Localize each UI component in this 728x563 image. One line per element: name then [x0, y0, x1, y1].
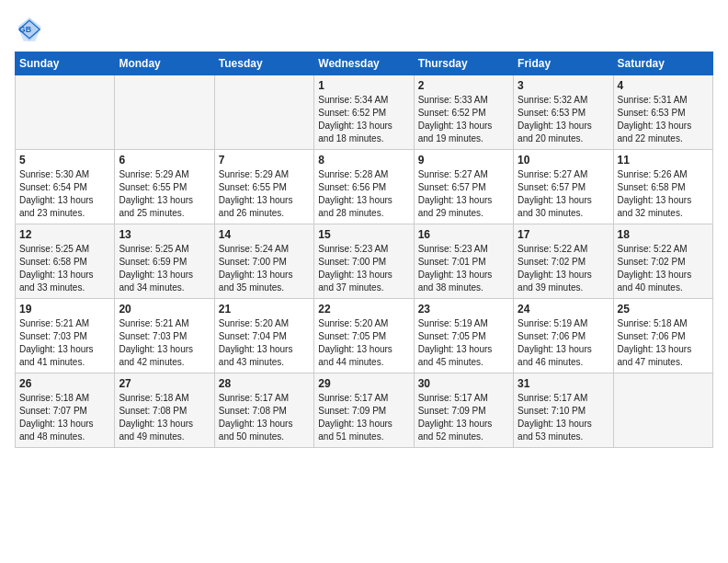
- calendar-cell: 24Sunrise: 5:19 AM Sunset: 7:06 PM Dayli…: [514, 299, 613, 373]
- day-info: Sunrise: 5:33 AM Sunset: 6:52 PM Dayligh…: [418, 94, 509, 145]
- day-info: Sunrise: 5:27 AM Sunset: 6:57 PM Dayligh…: [518, 168, 609, 220]
- day-info: Sunrise: 5:31 AM Sunset: 6:53 PM Dayligh…: [618, 94, 709, 145]
- weekday-header: Friday: [514, 52, 613, 75]
- calendar-cell: 22Sunrise: 5:20 AM Sunset: 7:05 PM Dayli…: [314, 299, 414, 373]
- day-info: Sunrise: 5:30 AM Sunset: 6:54 PM Dayligh…: [19, 168, 110, 220]
- calendar-cell: 3Sunrise: 5:32 AM Sunset: 6:53 PM Daylig…: [514, 75, 613, 150]
- calendar-cell: [613, 373, 712, 448]
- day-number: 14: [219, 228, 310, 241]
- day-info: Sunrise: 5:23 AM Sunset: 7:01 PM Dayligh…: [418, 243, 509, 294]
- logo-icon: GB: [15, 15, 44, 44]
- day-info: Sunrise: 5:22 AM Sunset: 7:02 PM Dayligh…: [618, 243, 709, 294]
- day-number: 1: [318, 79, 409, 92]
- day-info: Sunrise: 5:19 AM Sunset: 7:05 PM Dayligh…: [418, 317, 509, 369]
- calendar-header: SundayMondayTuesdayWednesdayThursdayFrid…: [16, 52, 713, 75]
- calendar-cell: 14Sunrise: 5:24 AM Sunset: 7:00 PM Dayli…: [214, 224, 313, 299]
- day-info: Sunrise: 5:22 AM Sunset: 7:02 PM Dayligh…: [518, 243, 609, 294]
- calendar-body: 1Sunrise: 5:34 AM Sunset: 6:52 PM Daylig…: [16, 75, 713, 448]
- calendar-cell: 31Sunrise: 5:17 AM Sunset: 7:10 PM Dayli…: [514, 373, 613, 448]
- calendar-cell: 7Sunrise: 5:29 AM Sunset: 6:55 PM Daylig…: [214, 150, 313, 224]
- day-number: 29: [318, 377, 409, 390]
- day-number: 27: [119, 377, 210, 390]
- weekday-header: Tuesday: [214, 52, 313, 75]
- weekday-header: Wednesday: [314, 52, 414, 75]
- calendar-cell: 26Sunrise: 5:18 AM Sunset: 7:07 PM Dayli…: [16, 373, 115, 448]
- day-info: Sunrise: 5:18 AM Sunset: 7:07 PM Dayligh…: [19, 392, 110, 443]
- day-info: Sunrise: 5:20 AM Sunset: 7:05 PM Dayligh…: [318, 317, 409, 369]
- day-info: Sunrise: 5:29 AM Sunset: 6:55 PM Dayligh…: [219, 168, 310, 220]
- calendar-cell: 27Sunrise: 5:18 AM Sunset: 7:08 PM Dayli…: [115, 373, 214, 448]
- day-number: 26: [19, 377, 110, 390]
- day-number: 22: [318, 303, 409, 316]
- day-number: 6: [119, 154, 210, 167]
- day-number: 8: [318, 154, 409, 167]
- day-number: 4: [618, 79, 709, 92]
- calendar-week-row: 26Sunrise: 5:18 AM Sunset: 7:07 PM Dayli…: [16, 373, 713, 448]
- day-info: Sunrise: 5:25 AM Sunset: 6:59 PM Dayligh…: [119, 243, 210, 294]
- day-number: 17: [518, 228, 609, 241]
- calendar-cell: 17Sunrise: 5:22 AM Sunset: 7:02 PM Dayli…: [514, 224, 613, 299]
- day-number: 31: [518, 377, 609, 390]
- day-info: Sunrise: 5:21 AM Sunset: 7:03 PM Dayligh…: [19, 317, 110, 369]
- calendar-cell: 28Sunrise: 5:17 AM Sunset: 7:08 PM Dayli…: [214, 373, 313, 448]
- calendar-cell: 10Sunrise: 5:27 AM Sunset: 6:57 PM Dayli…: [514, 150, 613, 224]
- day-number: 5: [19, 154, 110, 167]
- calendar-cell: 21Sunrise: 5:20 AM Sunset: 7:04 PM Dayli…: [214, 299, 313, 373]
- calendar-cell: 2Sunrise: 5:33 AM Sunset: 6:52 PM Daylig…: [414, 75, 513, 150]
- day-number: 16: [418, 228, 509, 241]
- day-info: Sunrise: 5:29 AM Sunset: 6:55 PM Dayligh…: [119, 168, 210, 220]
- calendar-cell: 13Sunrise: 5:25 AM Sunset: 6:59 PM Dayli…: [115, 224, 214, 299]
- calendar-table: SundayMondayTuesdayWednesdayThursdayFrid…: [15, 52, 713, 448]
- day-number: 7: [219, 154, 310, 167]
- day-info: Sunrise: 5:18 AM Sunset: 7:08 PM Dayligh…: [119, 392, 210, 443]
- calendar-cell: [115, 75, 214, 150]
- day-number: 3: [518, 79, 609, 92]
- day-number: 19: [19, 303, 110, 316]
- weekday-header: Monday: [115, 52, 214, 75]
- day-info: Sunrise: 5:21 AM Sunset: 7:03 PM Dayligh…: [119, 317, 210, 369]
- day-number: 28: [219, 377, 310, 390]
- day-info: Sunrise: 5:26 AM Sunset: 6:58 PM Dayligh…: [618, 168, 709, 220]
- calendar-cell: 20Sunrise: 5:21 AM Sunset: 7:03 PM Dayli…: [115, 299, 214, 373]
- day-info: Sunrise: 5:19 AM Sunset: 7:06 PM Dayligh…: [518, 317, 609, 369]
- calendar-cell: 15Sunrise: 5:23 AM Sunset: 7:00 PM Dayli…: [314, 224, 414, 299]
- day-info: Sunrise: 5:24 AM Sunset: 7:00 PM Dayligh…: [219, 243, 310, 294]
- calendar-cell: 25Sunrise: 5:18 AM Sunset: 7:06 PM Dayli…: [613, 299, 712, 373]
- calendar-cell: 18Sunrise: 5:22 AM Sunset: 7:02 PM Dayli…: [613, 224, 712, 299]
- logo: GB: [15, 15, 48, 44]
- day-number: 2: [418, 79, 509, 92]
- day-info: Sunrise: 5:23 AM Sunset: 7:00 PM Dayligh…: [318, 243, 409, 294]
- day-info: Sunrise: 5:18 AM Sunset: 7:06 PM Dayligh…: [618, 317, 709, 369]
- calendar-cell: [214, 75, 313, 150]
- day-info: Sunrise: 5:27 AM Sunset: 6:57 PM Dayligh…: [418, 168, 509, 220]
- day-info: Sunrise: 5:17 AM Sunset: 7:10 PM Dayligh…: [518, 392, 609, 443]
- calendar-week-row: 19Sunrise: 5:21 AM Sunset: 7:03 PM Dayli…: [16, 299, 713, 373]
- calendar-cell: 12Sunrise: 5:25 AM Sunset: 6:58 PM Dayli…: [16, 224, 115, 299]
- weekday-header: Sunday: [16, 52, 115, 75]
- calendar-cell: 6Sunrise: 5:29 AM Sunset: 6:55 PM Daylig…: [115, 150, 214, 224]
- day-number: 20: [119, 303, 210, 316]
- calendar-cell: 30Sunrise: 5:17 AM Sunset: 7:09 PM Dayli…: [414, 373, 513, 448]
- day-info: Sunrise: 5:28 AM Sunset: 6:56 PM Dayligh…: [318, 168, 409, 220]
- calendar-cell: 1Sunrise: 5:34 AM Sunset: 6:52 PM Daylig…: [314, 75, 414, 150]
- weekday-row: SundayMondayTuesdayWednesdayThursdayFrid…: [16, 52, 713, 75]
- calendar-week-row: 12Sunrise: 5:25 AM Sunset: 6:58 PM Dayli…: [16, 224, 713, 299]
- day-number: 15: [318, 228, 409, 241]
- day-number: 23: [418, 303, 509, 316]
- day-info: Sunrise: 5:34 AM Sunset: 6:52 PM Dayligh…: [318, 94, 409, 145]
- day-number: 21: [219, 303, 310, 316]
- calendar-cell: 5Sunrise: 5:30 AM Sunset: 6:54 PM Daylig…: [16, 150, 115, 224]
- calendar-cell: 11Sunrise: 5:26 AM Sunset: 6:58 PM Dayli…: [613, 150, 712, 224]
- day-info: Sunrise: 5:32 AM Sunset: 6:53 PM Dayligh…: [518, 94, 609, 145]
- calendar-cell: 16Sunrise: 5:23 AM Sunset: 7:01 PM Dayli…: [414, 224, 513, 299]
- calendar-week-row: 5Sunrise: 5:30 AM Sunset: 6:54 PM Daylig…: [16, 150, 713, 224]
- day-info: Sunrise: 5:17 AM Sunset: 7:09 PM Dayligh…: [318, 392, 409, 443]
- day-number: 24: [518, 303, 609, 316]
- day-number: 25: [618, 303, 709, 316]
- day-number: 11: [618, 154, 709, 167]
- calendar-cell: 9Sunrise: 5:27 AM Sunset: 6:57 PM Daylig…: [414, 150, 513, 224]
- calendar-cell: 19Sunrise: 5:21 AM Sunset: 7:03 PM Dayli…: [16, 299, 115, 373]
- day-info: Sunrise: 5:20 AM Sunset: 7:04 PM Dayligh…: [219, 317, 310, 369]
- calendar-cell: [16, 75, 115, 150]
- day-number: 30: [418, 377, 509, 390]
